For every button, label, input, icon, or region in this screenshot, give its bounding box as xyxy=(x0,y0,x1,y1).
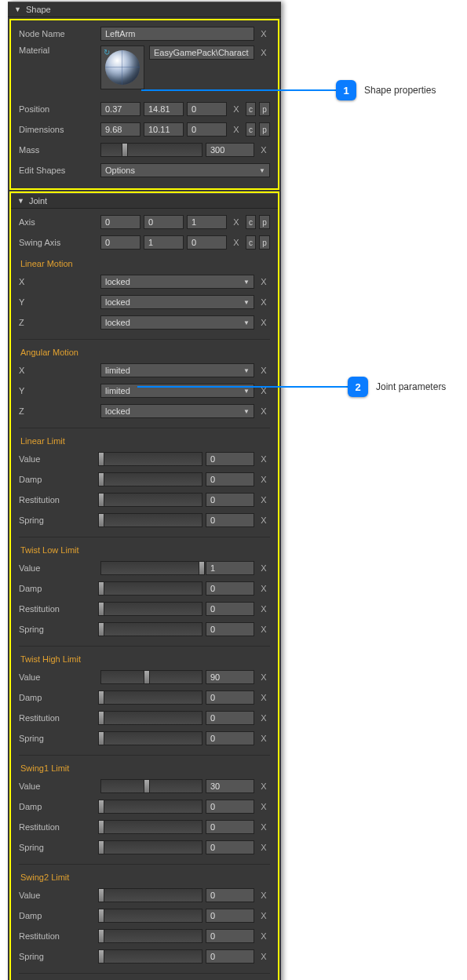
reset-button[interactable]: X xyxy=(257,404,270,418)
swing1-value-slider[interactable] xyxy=(100,779,202,793)
reset-button[interactable]: X xyxy=(257,909,270,923)
reset-button[interactable]: X xyxy=(257,800,270,814)
reset-button[interactable]: X xyxy=(257,949,270,964)
swing1-damp-input[interactable]: 0 xyxy=(206,800,254,814)
am-z-dropdown[interactable]: locked▼ xyxy=(100,404,254,418)
reset-button[interactable]: X xyxy=(257,46,270,60)
reset-button[interactable]: X xyxy=(257,690,270,705)
reset-button[interactable]: X xyxy=(257,295,270,309)
shape-header[interactable]: ▼ Shape xyxy=(8,2,281,17)
swing-x-input[interactable]: 0 xyxy=(100,235,140,250)
twistHigh-rest-slider[interactable] xyxy=(100,711,202,725)
c-button[interactable]: c xyxy=(246,122,257,137)
node-name-input[interactable]: LeftArm xyxy=(100,27,254,41)
reset-button[interactable]: X xyxy=(257,929,270,943)
swing2-damp-input[interactable]: 0 xyxy=(206,909,254,923)
reset-button[interactable]: X xyxy=(257,670,270,684)
am-x-dropdown[interactable]: limited▼ xyxy=(100,363,254,377)
dim-z-input[interactable]: 0 xyxy=(187,122,227,137)
linearLimit-spring-slider[interactable] xyxy=(100,513,202,527)
p-button[interactable]: p xyxy=(259,215,270,229)
twistHigh-spring-input[interactable]: 0 xyxy=(206,731,254,745)
p-button[interactable]: p xyxy=(259,122,270,137)
reset-button[interactable]: X xyxy=(257,452,270,466)
reset-button[interactable]: X xyxy=(257,493,270,507)
twistLow-rest-input[interactable]: 0 xyxy=(206,602,254,616)
dim-y-input[interactable]: 10.11 xyxy=(144,122,184,137)
reset-button[interactable]: X xyxy=(257,275,270,289)
reset-button[interactable]: X xyxy=(230,122,243,137)
position-x-input[interactable]: 0.37 xyxy=(100,102,140,116)
swing-y-input[interactable]: 1 xyxy=(144,235,184,250)
reset-button[interactable]: X xyxy=(257,472,270,486)
reset-button[interactable]: X xyxy=(257,711,270,725)
reset-button[interactable]: X xyxy=(257,779,270,793)
swing2-damp-slider[interactable] xyxy=(100,909,202,923)
lm-x-dropdown[interactable]: locked▼ xyxy=(100,275,254,289)
axis-z-input[interactable]: 1 xyxy=(187,215,227,229)
reset-button[interactable]: X xyxy=(230,235,243,250)
reset-button[interactable]: X xyxy=(257,888,270,902)
twistLow-value-slider[interactable] xyxy=(100,561,202,575)
reset-button[interactable]: X xyxy=(257,820,270,834)
swing2-value-input[interactable]: 0 xyxy=(206,888,254,902)
swing2-rest-input[interactable]: 0 xyxy=(206,929,254,943)
joint-header[interactable]: ▼ Joint xyxy=(11,193,278,209)
axis-x-input[interactable]: 0 xyxy=(100,215,140,229)
twistHigh-rest-input[interactable]: 0 xyxy=(206,711,254,725)
reset-button[interactable]: X xyxy=(257,840,270,854)
twistHigh-value-input[interactable]: 90 xyxy=(206,670,254,684)
reset-button[interactable]: X xyxy=(230,102,243,116)
linearLimit-value-slider[interactable] xyxy=(100,452,202,466)
p-button[interactable]: p xyxy=(259,102,270,116)
linearLimit-rest-slider[interactable] xyxy=(100,493,202,507)
axis-y-input[interactable]: 0 xyxy=(144,215,184,229)
reset-button[interactable]: X xyxy=(257,363,270,377)
twistHigh-damp-input[interactable]: 0 xyxy=(206,690,254,705)
material-path-input[interactable]: EasyGamePack\Charact xyxy=(149,46,254,60)
twistHigh-spring-slider[interactable] xyxy=(100,731,202,745)
twistHigh-damp-slider[interactable] xyxy=(100,690,202,705)
c-button[interactable]: c xyxy=(246,215,257,229)
reset-button[interactable]: X xyxy=(230,215,243,229)
c-button[interactable]: c xyxy=(246,235,257,250)
twistLow-spring-input[interactable]: 0 xyxy=(206,622,254,636)
swing1-spring-slider[interactable] xyxy=(100,840,202,854)
linearLimit-value-input[interactable]: 0 xyxy=(206,452,254,466)
linearLimit-damp-input[interactable]: 0 xyxy=(206,472,254,486)
position-z-input[interactable]: 0 xyxy=(187,102,227,116)
swing1-spring-input[interactable]: 0 xyxy=(206,840,254,854)
swing2-spring-slider[interactable] xyxy=(100,949,202,964)
edit-shapes-dropdown[interactable]: Options▼ xyxy=(100,163,270,177)
twistLow-damp-input[interactable]: 0 xyxy=(206,581,254,596)
swing1-rest-input[interactable]: 0 xyxy=(206,820,254,834)
mass-slider[interactable] xyxy=(100,143,202,157)
swing2-spring-input[interactable]: 0 xyxy=(206,949,254,964)
dim-x-input[interactable]: 9.68 xyxy=(100,122,140,137)
c-button[interactable]: c xyxy=(246,102,257,116)
mass-input[interactable]: 300 xyxy=(206,143,254,157)
swing1-rest-slider[interactable] xyxy=(100,820,202,834)
material-thumbnail[interactable]: ↻ xyxy=(100,46,144,89)
twistLow-damp-slider[interactable] xyxy=(100,581,202,596)
reset-button[interactable]: X xyxy=(257,731,270,745)
reset-button[interactable]: X xyxy=(257,581,270,596)
lm-z-dropdown[interactable]: locked▼ xyxy=(100,315,254,330)
reset-button[interactable]: X xyxy=(257,315,270,330)
linearLimit-rest-input[interactable]: 0 xyxy=(206,493,254,507)
swing2-rest-slider[interactable] xyxy=(100,929,202,943)
p-button[interactable]: p xyxy=(259,235,270,250)
reset-button[interactable]: X xyxy=(257,602,270,616)
swing1-damp-slider[interactable] xyxy=(100,800,202,814)
twistLow-value-input[interactable]: 1 xyxy=(206,561,254,575)
position-y-input[interactable]: 14.81 xyxy=(144,102,184,116)
reset-button[interactable]: X xyxy=(257,27,270,41)
reset-button[interactable]: X xyxy=(257,622,270,636)
linearLimit-damp-slider[interactable] xyxy=(100,472,202,486)
lm-y-dropdown[interactable]: locked▼ xyxy=(100,295,254,309)
twistLow-spring-slider[interactable] xyxy=(100,622,202,636)
reset-button[interactable]: X xyxy=(257,513,270,527)
swing1-value-input[interactable]: 30 xyxy=(206,779,254,793)
linearLimit-spring-input[interactable]: 0 xyxy=(206,513,254,527)
swing-z-input[interactable]: 0 xyxy=(187,235,227,250)
